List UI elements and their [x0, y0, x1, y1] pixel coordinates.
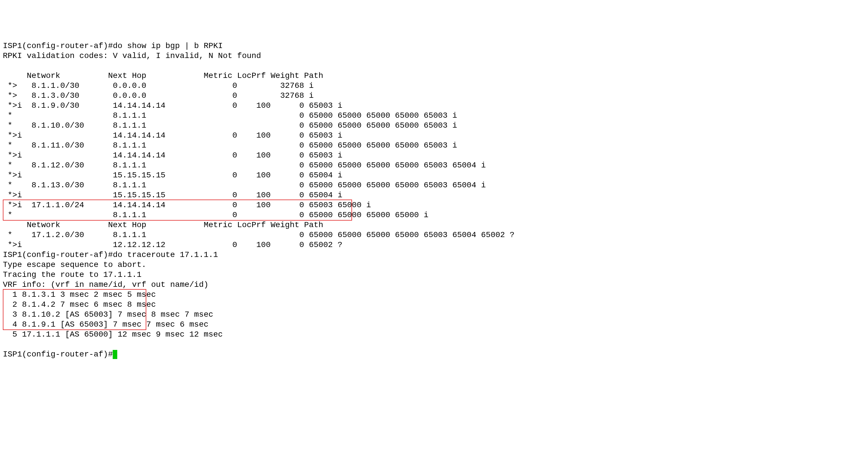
terminal-line: *>i 8.1.9.0/30 14.14.14.14 0 100 0 65003…: [3, 101, 865, 110]
terminal-line: 5 17.1.1.1 [AS 65000] 12 msec 9 msec 12 …: [3, 330, 865, 339]
terminal-line: Type escape sequence to abort.: [3, 260, 865, 270]
terminal-line: *>i 14.14.14.14 0 100 0 65003 i: [3, 150, 865, 160]
terminal-line: * 8.1.1.1 0 0 65000 65000 65000 65000 i: [3, 210, 865, 220]
terminal-line: * 8.1.12.0/30 8.1.1.1 0 65000 65000 6500…: [3, 160, 865, 170]
terminal-line: Network Next Hop Metric LocPrf Weight Pa…: [3, 71, 865, 81]
terminal-prompt-line[interactable]: ISP1(config-router-af)#: [3, 349, 865, 359]
terminal-line: *>i 17.1.1.0/24 14.14.14.14 0 100 0 6500…: [3, 200, 865, 210]
terminal-line: *> 8.1.1.0/30 0.0.0.0 0 32768 i: [3, 81, 865, 91]
terminal-line: *>i 15.15.15.15 0 100 0 65004 i: [3, 190, 865, 200]
terminal-line: * 8.1.11.0/30 8.1.1.1 0 65000 65000 6500…: [3, 140, 865, 150]
terminal-line: [3, 61, 865, 71]
terminal-line: 1 8.1.3.1 3 msec 2 msec 5 msec: [3, 290, 865, 300]
terminal-line: ISP1(config-router-af)#do traceroute 17.…: [3, 250, 865, 260]
terminal-line: 2 8.1.4.2 7 msec 6 msec 8 msec: [3, 300, 865, 309]
terminal-line: * 8.1.13.0/30 8.1.1.1 0 65000 65000 6500…: [3, 180, 865, 190]
terminal-line: 3 8.1.10.2 [AS 65003] 7 msec 8 msec 7 ms…: [3, 309, 865, 319]
terminal-line: * 8.1.1.1 0 65000 65000 65000 65000 6500…: [3, 110, 865, 121]
terminal-line: *>i 14.14.14.14 0 100 0 65003 i: [3, 131, 865, 140]
prompt-text: ISP1(config-router-af)#: [3, 350, 113, 359]
terminal-line: ISP1(config-router-af)#do show ip bgp | …: [3, 41, 865, 51]
terminal-line: *>i 15.15.15.15 0 100 0 65004 i: [3, 170, 865, 180]
terminal-line: Network Next Hop Metric LocPrf Weight Pa…: [3, 220, 865, 230]
terminal-line: * 8.1.10.0/30 8.1.1.1 0 65000 65000 6500…: [3, 121, 865, 131]
terminal-line: Tracing the route to 17.1.1.1: [3, 270, 865, 280]
terminal-line: * 17.1.2.0/30 8.1.1.1 0 65000 65000 6500…: [3, 230, 865, 240]
terminal-line: *> 8.1.3.0/30 0.0.0.0 0 32768 i: [3, 91, 865, 101]
terminal-line: VRF info: (vrf in name/id, vrf out name/…: [3, 280, 865, 290]
cursor-icon: [113, 350, 117, 359]
terminal-line: RPKI validation codes: V valid, I invali…: [3, 51, 865, 61]
terminal-output: ISP1(config-router-af)#do show ip bgp | …: [3, 41, 865, 339]
terminal-line: *>i 12.12.12.12 0 100 0 65002 ?: [3, 240, 865, 250]
terminal-line: 4 8.1.9.1 [AS 65003] 7 msec 7 msec 6 mse…: [3, 319, 865, 330]
